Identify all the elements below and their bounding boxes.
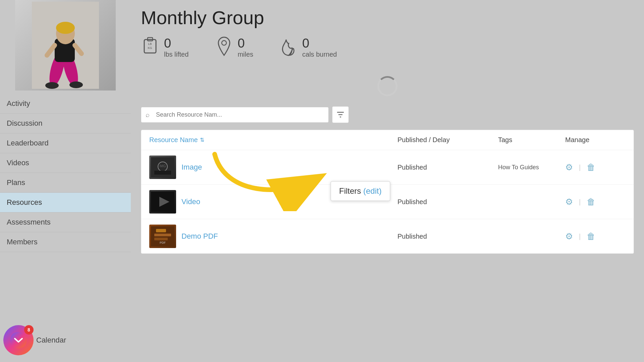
search-input-wrap: ⌕ [141,107,329,123]
sidebar-item-leaderboard[interactable]: Leaderboard [0,133,131,153]
svg-rect-24 [154,234,171,236]
col-published-delay: Published / Delay [397,136,498,144]
page-title: Monthly Group [141,7,634,28]
sidebar-item-activity[interactable]: Activity [0,94,131,114]
gear-button-0[interactable]: ⚙ [565,162,573,173]
svg-point-10 [10,332,27,349]
funnel-icon [336,111,344,119]
fire-icon [280,35,298,59]
filters-edit-label[interactable]: (edit) [363,186,382,195]
divider-0: | [579,164,581,171]
col-manage: Manage [565,136,626,144]
divider-1: | [579,198,581,206]
sidebar-item-resources[interactable]: Resources [0,193,131,213]
search-input[interactable] [141,107,329,123]
sidebar-item-discussion[interactable]: Discussion [0,114,131,133]
svg-text:KG: KG [148,46,152,50]
col-resource-name[interactable]: Resource Name ⇅ [149,136,397,144]
table-row: IMG Image Published How To Guides ⚙ | 🗑 [141,150,634,185]
published-status-1: Published [397,198,498,206]
resource-cell-image: IMG Image [149,156,397,179]
trash-button-2[interactable]: 🗑 [587,231,595,242]
svg-text:LB: LB [148,42,152,46]
sidebar: Activity Discussion Leaderboard Videos P… [0,0,131,362]
search-bar-row: ⌕ [141,106,634,123]
resource-thumbnail-image: IMG [149,156,176,179]
stat-miles: 0 miles [215,36,253,59]
manage-cell-0: ⚙ | 🗑 [565,162,626,173]
notification-badge[interactable]: 8 [3,325,34,355]
sidebar-nav: Activity Discussion Leaderboard Videos P… [0,94,131,252]
svg-rect-18 [154,171,171,175]
stat-lbs-lifted: LB KG 0 lbs lifted [141,36,189,59]
notification-count: 8 [24,325,34,335]
svg-text:PDF: PDF [160,241,166,244]
calendar-label[interactable]: Calendar [36,336,66,345]
published-status-2: Published [397,233,498,240]
sidebar-item-members[interactable]: Members [0,232,131,252]
svg-rect-23 [156,229,166,232]
resource-cell-pdf: PDF Demo PDF [149,225,397,248]
svg-point-15 [222,41,226,45]
manage-cell-2: ⚙ | 🗑 [565,231,626,242]
divider-2: | [579,233,581,240]
sidebar-bottom: 8 Calendar [3,325,66,355]
resource-link-image[interactable]: Image [181,163,202,172]
manage-cell-1: ⚙ | 🗑 [565,197,626,207]
sidebar-item-assessments[interactable]: Assessments [0,213,131,232]
col-tags: Tags [498,136,565,144]
svg-text:IMG: IMG [160,164,166,168]
table-header: Resource Name ⇅ Published / Delay Tags M… [141,130,634,150]
tags-cell-0: How To Guides [498,164,565,171]
filter-icon-button[interactable] [332,106,349,123]
gear-button-1[interactable]: ⚙ [565,197,573,207]
hero-image [15,0,116,90]
trash-button-1[interactable]: 🗑 [587,197,595,207]
table-row: PDF Demo PDF Published ⚙ | 🗑 [141,219,634,253]
svg-rect-25 [154,238,168,240]
location-icon [215,36,233,59]
gear-button-2[interactable]: ⚙ [565,231,573,242]
sidebar-item-videos[interactable]: Videos [0,153,131,173]
svg-point-7 [56,22,75,34]
search-icon: ⌕ [146,111,150,119]
filters-label: Filters [339,186,361,195]
cals-value: 0 [302,36,337,51]
svg-point-8 [45,82,59,89]
published-status-0: Published [397,164,498,171]
cals-label: cals burned [302,51,337,58]
resource-thumbnail-pdf: PDF [149,225,176,248]
miles-value: 0 [237,36,253,51]
trash-button-0[interactable]: 🗑 [587,162,595,173]
loading-area [141,69,634,103]
resource-thumbnail-video [149,190,176,214]
weight-icon: LB KG [141,36,159,59]
resource-link-video[interactable]: Video [181,197,200,206]
filters-popup[interactable]: Filters (edit) [330,181,390,201]
resource-link-pdf[interactable]: Demo PDF [181,232,218,241]
loading-spinner [377,76,397,96]
stats-row: LB KG 0 lbs lifted [141,35,634,59]
svg-point-9 [69,81,83,88]
stat-cals: 0 cals burned [280,35,337,59]
lbs-value: 0 [164,36,189,51]
sidebar-item-plans[interactable]: Plans [0,173,131,193]
lbs-label: lbs lifted [164,51,189,58]
miles-label: miles [237,51,253,58]
sort-icon: ⇅ [200,137,204,143]
